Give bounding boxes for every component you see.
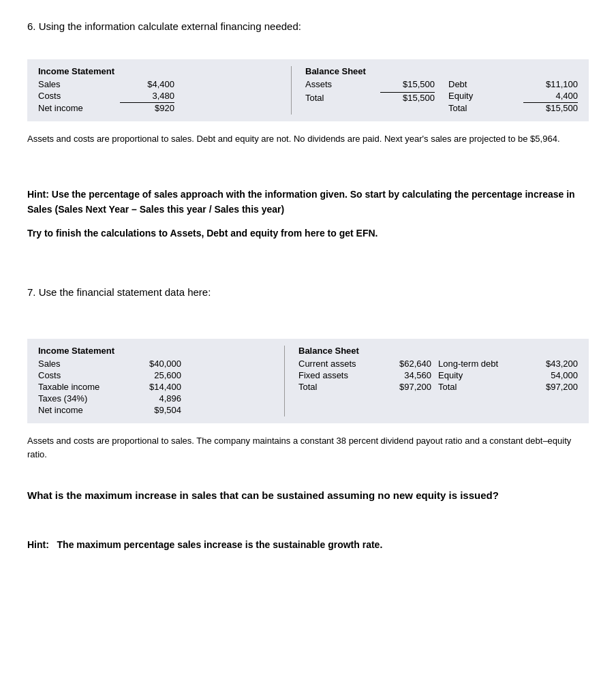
q7-ltd-label: Long-term debt: [438, 359, 527, 369]
table-row: Fixed assets 34,560: [298, 370, 431, 380]
q6-balance-sheet: Balance Sheet Assets $15,500 Total $15,5…: [305, 66, 578, 115]
q6-debt-value: $11,100: [523, 79, 578, 89]
q7-ltd-value: $43,200: [527, 359, 578, 369]
q7-fixed-assets-label: Fixed assets: [298, 370, 380, 380]
q6-equity-label: Equity: [448, 91, 523, 101]
q6-financial-table: Income Statement Sales $4,400 Costs 3,48…: [27, 59, 589, 121]
q7-current-assets-value: $62,640: [380, 359, 431, 369]
table-row: Net income $920: [38, 102, 277, 113]
table-row: Net income $9,504: [38, 405, 271, 415]
q6-costs-value: 3,480: [120, 91, 174, 101]
table-row: Debt $11,100: [448, 79, 578, 89]
q7-balance-header: Balance Sheet: [298, 346, 578, 356]
q7-question: What is the maximum increase in sales th…: [27, 488, 589, 504]
q6-assets-total-label: Total: [305, 93, 380, 103]
q7-taxable-label: Taxable income: [38, 382, 127, 392]
q7-assets-total-label: Total: [298, 382, 380, 392]
q7-sales-label: Sales: [38, 359, 127, 369]
q7-total-value: $97,200: [527, 382, 578, 392]
q7-note: Assets and costs are proportional to sal…: [27, 434, 589, 461]
q6-netincome-value: $920: [120, 102, 174, 113]
q7-costs-label: Costs: [38, 370, 127, 380]
q7-income-header: Income Statement: [38, 346, 271, 356]
q6-equity-value: 4,400: [523, 91, 578, 101]
q6-title: 6. Using the information calculate exter…: [27, 20, 589, 32]
q7-netincome-value: $9,504: [127, 405, 181, 415]
q6-assets-total-value: $15,500: [380, 92, 435, 103]
q7-financial-table: Income Statement Sales $40,000 Costs 25,…: [27, 339, 589, 423]
q6-total-label: Total: [448, 103, 523, 113]
q7-title: 7. Use the financial statement data here…: [27, 286, 589, 298]
q7-balance-right: Long-term debt $43,200 Equity 54,000 Tot…: [438, 359, 578, 393]
table-row: Equity 4,400: [448, 91, 578, 101]
q7-balance-sheet: Balance Sheet Current assets $62,640 Fix…: [298, 346, 578, 416]
q6-balance-left: Assets $15,500 Total $15,500: [305, 79, 435, 115]
q6-hint: Hint: Use the percentage of sales approa…: [27, 187, 589, 217]
table-row: Current assets $62,640: [298, 359, 431, 369]
q7-taxes-label: Taxes (34%): [38, 393, 127, 404]
table-row: Costs 3,480: [38, 91, 277, 101]
q6-try: Try to finish the calculations to Assets…: [27, 228, 589, 239]
table-row: Costs 25,600: [38, 370, 271, 380]
table-row: Long-term debt $43,200: [438, 359, 578, 369]
q6-note: Assets and costs are proportional to sal…: [27, 132, 589, 146]
q6-income-statement: Income Statement Sales $4,400 Costs 3,48…: [38, 66, 277, 115]
q6-sales-value: $4,400: [120, 79, 174, 89]
q6-balance-header: Balance Sheet: [305, 66, 578, 76]
q6-sales-label: Sales: [38, 79, 120, 89]
q6-costs-label: Costs: [38, 91, 120, 101]
q7-current-assets-label: Current assets: [298, 359, 380, 369]
q6-debt-label: Debt: [448, 79, 523, 89]
q6-assets-label: Assets: [305, 79, 380, 89]
table-row: Taxable income $14,400: [38, 382, 271, 392]
q7-taxable-value: $14,400: [127, 382, 181, 392]
q7-netincome-label: Net income: [38, 405, 127, 415]
q7-assets-total-value: $97,200: [380, 382, 431, 392]
q7-income-statement: Income Statement Sales $40,000 Costs 25,…: [38, 346, 271, 416]
q7-fixed-assets-value: 34,560: [380, 370, 431, 380]
q6-total-value: $15,500: [523, 102, 578, 113]
q6-balance-right: Debt $11,100 Equity 4,400 Total $15,500: [448, 79, 578, 115]
table-divider: [291, 66, 292, 115]
table-row: Sales $4,400: [38, 79, 277, 89]
q7-balance-left: Current assets $62,640 Fixed assets 34,5…: [298, 359, 431, 393]
table-row: Total $97,200: [438, 382, 578, 392]
q7-taxes-value: 4,896: [127, 393, 181, 404]
q7-equity-label: Equity: [438, 370, 527, 380]
q6-netincome-label: Net income: [38, 103, 120, 113]
table-row: Assets $15,500: [305, 79, 435, 89]
table-row: Total $15,500: [305, 92, 435, 103]
q7-hint: Hint: The maximum percentage sales incre…: [27, 539, 589, 550]
table-row: Sales $40,000: [38, 359, 271, 369]
q7-sales-value: $40,000: [127, 359, 181, 369]
q6-income-header: Income Statement: [38, 66, 277, 76]
table-row: Total $97,200: [298, 382, 431, 392]
table-row: Total $15,500: [448, 102, 578, 113]
table-divider-2: [284, 346, 285, 416]
q7-equity-value: 54,000: [527, 370, 578, 380]
q6-assets-value: $15,500: [380, 79, 435, 89]
table-row: Taxes (34%) 4,896: [38, 393, 271, 404]
q7-total-label: Total: [438, 382, 527, 392]
q7-costs-value: 25,600: [127, 370, 181, 380]
table-row: Equity 54,000: [438, 370, 578, 380]
